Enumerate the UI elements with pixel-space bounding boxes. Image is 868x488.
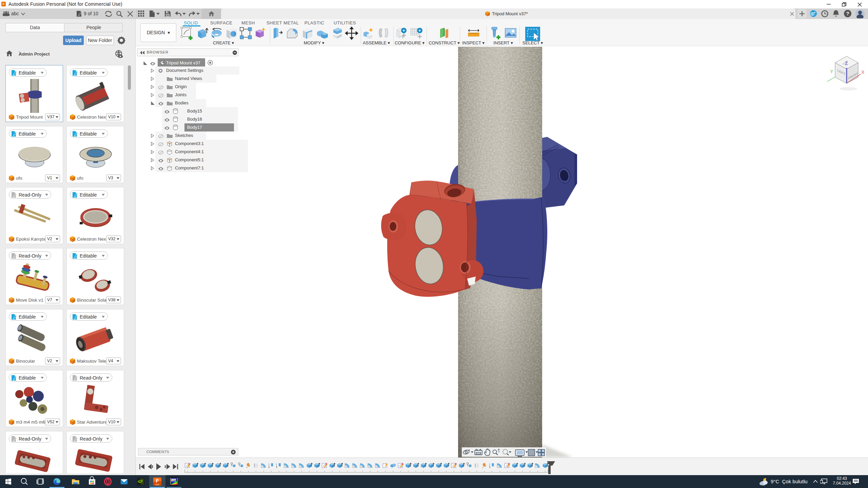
- svg-text:FUS: FUS: [156, 484, 159, 486]
- svg-text:X: X: [861, 69, 865, 75]
- svg-text:F: F: [3, 2, 5, 6]
- svg-text:Y: Y: [830, 69, 833, 74]
- svg-text:F: F: [156, 478, 159, 484]
- svg-text:Z: Z: [845, 61, 848, 66]
- svg-text:?: ?: [846, 11, 849, 16]
